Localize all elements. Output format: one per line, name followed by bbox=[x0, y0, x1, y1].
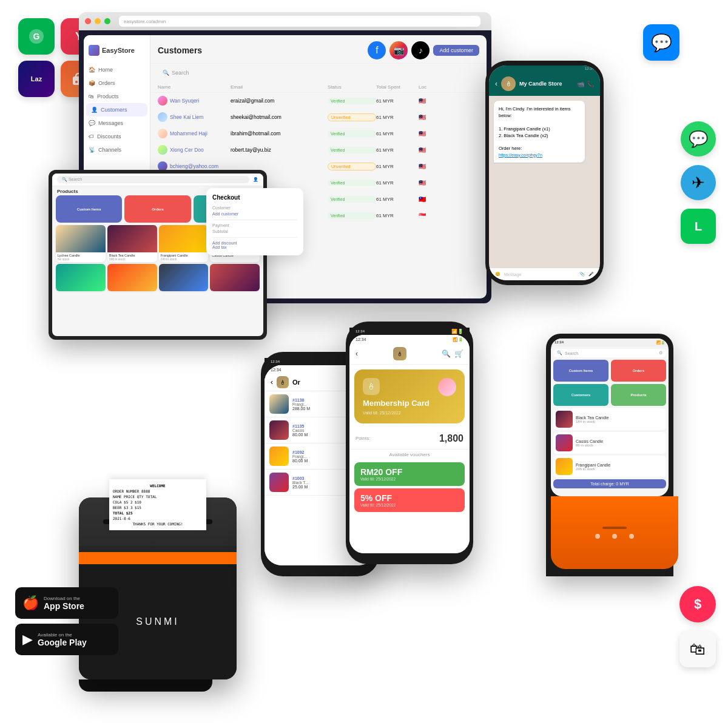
cashier-app-icon[interactable]: $ bbox=[679, 586, 716, 622]
printer-base bbox=[79, 679, 212, 692]
signal-icons: 📶🔋 bbox=[451, 329, 463, 334]
sidebar-item-products[interactable]: 🛍 Products bbox=[84, 90, 150, 103]
order-product-image bbox=[269, 420, 289, 440]
messenger-icon[interactable]: 💬 bbox=[643, 24, 679, 61]
handheld-cat-orders[interactable]: Orders bbox=[611, 360, 666, 382]
membership-status-bar: 12:34 📶🔋 bbox=[349, 335, 470, 343]
order-link[interactable]: https://easy.co/rphgy7n bbox=[499, 152, 580, 158]
sidebar-item-customers[interactable]: 👤 Customers bbox=[86, 103, 147, 116]
grabpay-icon[interactable]: G bbox=[18, 18, 55, 55]
handheld-cat-customers[interactable]: Customers bbox=[553, 384, 608, 406]
appstore-button[interactable]: 🍎 Download on the App Store bbox=[15, 587, 118, 619]
product-image bbox=[159, 264, 209, 291]
telegram-social-icon[interactable]: ✈ bbox=[681, 165, 716, 200]
facebook-icon[interactable]: f bbox=[368, 41, 386, 59]
social-icons-right: 💬 ✈ L bbox=[681, 121, 716, 244]
voucher-5percent[interactable]: 5% OFF Valid till: 25/12/2022 bbox=[354, 488, 465, 512]
customer-search[interactable]: 🔍 Search bbox=[158, 67, 479, 78]
pos-product-item[interactable] bbox=[210, 264, 260, 291]
handheld-product-row[interactable]: Frangipani Candle 246 in stock bbox=[553, 456, 666, 477]
add-tax-btn[interactable]: Add tax bbox=[212, 245, 297, 249]
add-customer-button[interactable]: Add customer bbox=[433, 45, 479, 56]
table-row[interactable]: Mohammed Haji ibrahim@hotmail.com Verifi… bbox=[150, 126, 487, 142]
order-product-image bbox=[269, 394, 289, 414]
sidebar-item-orders[interactable]: 📦 Orders bbox=[84, 76, 150, 90]
wa-header: ‹ 🕯 My Candle Store 📹 📞 bbox=[489, 72, 600, 96]
pos-product-item[interactable]: Lychee Candle No stock bbox=[56, 225, 106, 262]
googleplay-button[interactable]: ▶ Available on the Google Play bbox=[15, 624, 118, 655]
nav-dot-back[interactable] bbox=[595, 534, 600, 539]
pos-product-item[interactable] bbox=[107, 264, 157, 291]
user-icon: 👤 bbox=[253, 177, 258, 182]
line-social-icon[interactable]: L bbox=[681, 209, 716, 244]
printer-brand-text: SUNMI bbox=[136, 616, 180, 627]
header-action-icons: 🔍 🛒 bbox=[442, 349, 463, 358]
pos-product-item[interactable]: Frangipani Candle 240 in stock bbox=[159, 225, 209, 262]
add-customer-checkout-btn[interactable]: Add customer bbox=[212, 212, 297, 216]
avatar bbox=[158, 145, 167, 155]
whatsapp-social-icon[interactable]: 💬 bbox=[681, 121, 716, 157]
handheld-screen: 12:34 📶🔋 🔍 Search ⚙ Custom Items Orders bbox=[551, 339, 669, 496]
checkout-payment-section: Payment Subtotal bbox=[212, 223, 297, 234]
checkout-panel: Checkout Customer Add customer Payment S… bbox=[206, 188, 303, 255]
customers-header: Customers f 📷 ♪ Add customer bbox=[150, 35, 487, 64]
table-row[interactable]: Shee Kai Liem sheekai@hotmail.com Unveri… bbox=[150, 109, 487, 126]
sidebar-item-home[interactable]: 🏠 Home bbox=[84, 63, 150, 76]
handheld-cat-products[interactable]: Products bbox=[611, 384, 666, 406]
handheld-frame: 12:34 📶🔋 🔍 Search ⚙ Custom Items Orders bbox=[546, 334, 673, 576]
pos-cat-custom[interactable]: Custom Items bbox=[56, 195, 122, 223]
pos-product-item[interactable] bbox=[159, 264, 209, 291]
status-badge: Verified bbox=[328, 212, 376, 219]
back-button[interactable]: ‹ bbox=[356, 349, 358, 358]
handheld-product-row[interactable]: Cassis Candle 99 in stock bbox=[553, 432, 666, 454]
pos-search-input[interactable]: 🔍 Search bbox=[57, 176, 249, 183]
phone-membership: 12:34 📶🔋 12:34 📶🔋 ‹ 🕯 🔍 🛒 bbox=[346, 322, 473, 564]
dollar-icon: $ bbox=[694, 596, 701, 612]
pos-product-item[interactable] bbox=[56, 264, 106, 291]
handheld-search[interactable]: 🔍 Search ⚙ bbox=[553, 349, 666, 357]
tiktok-header-icon[interactable]: ♪ bbox=[411, 41, 430, 59]
order-info: #1003 Black T... 25.00 M bbox=[292, 476, 354, 489]
handheld-cat-custom[interactable]: Custom Items bbox=[553, 360, 608, 382]
voucher-rm20[interactable]: RM20 OFF Valid till: 25/12/2022 bbox=[354, 462, 465, 486]
nav-dot-home[interactable] bbox=[612, 534, 617, 539]
avatar bbox=[158, 129, 167, 138]
handheld-grip bbox=[602, 527, 627, 529]
table-row[interactable]: Xiong Cer Doo robert.tay@yu.biz Verified… bbox=[150, 142, 487, 158]
back-arrow[interactable]: ‹ bbox=[271, 378, 273, 386]
whatsapp-phone: 12:34 ‹ 🕯 My Candle Store 📹 📞 Hi, I'm Ci… bbox=[485, 61, 607, 291]
table-header: Name Email Status Total Spent Loc bbox=[150, 82, 487, 93]
back-icon[interactable]: ‹ bbox=[495, 79, 497, 88]
add-discount-btn[interactable]: Add discount bbox=[212, 241, 297, 245]
lazada-icon[interactable]: Laz bbox=[18, 61, 55, 97]
handheld-charge-display[interactable]: Total charge: 0 MYR bbox=[553, 479, 666, 488]
wa-message-bubble: Hi, I'm Cindy. I'm interested in items b… bbox=[494, 101, 585, 163]
membership-card-title: Membership Card bbox=[363, 399, 456, 408]
product-details: Frangipani Candle 246 in stock bbox=[576, 463, 610, 471]
sidebar-item-discounts[interactable]: 🏷 Discounts bbox=[84, 130, 150, 143]
pos-products-grid-2 bbox=[52, 264, 263, 291]
video-icon[interactable]: 📹 bbox=[577, 81, 584, 87]
sidebar-item-messages[interactable]: 💬 Messages bbox=[84, 116, 150, 130]
instagram-icon[interactable]: 📷 bbox=[389, 41, 408, 59]
search-icon[interactable]: 🔍 bbox=[442, 349, 451, 358]
handheld-bottom bbox=[551, 496, 678, 569]
order-info: #1092 Frangi... 80.00 M bbox=[292, 450, 354, 463]
bottom-right-icons: $ 🛍 bbox=[679, 586, 716, 667]
vouchers-title: Available vouchers bbox=[349, 450, 470, 460]
product-thumbnail bbox=[556, 458, 573, 475]
nav-dot-recent[interactable] bbox=[629, 534, 634, 539]
phone-icon[interactable]: 📞 bbox=[587, 81, 594, 87]
product-image bbox=[107, 225, 157, 252]
sidebar-item-channels[interactable]: 📡 Channels bbox=[84, 143, 150, 157]
cart-icon[interactable]: 🛒 bbox=[454, 349, 463, 358]
handheld-category-grid: Custom Items Orders Customers Products bbox=[551, 360, 669, 406]
search-icon: 🔍 bbox=[557, 351, 562, 356]
pos-product-item[interactable]: Black Tea Candle 196 in stock bbox=[107, 225, 157, 262]
pos-cat-orders[interactable]: Orders bbox=[124, 195, 190, 223]
handheld-product-row[interactable]: Black Tea Candle 184 in stock bbox=[553, 408, 666, 430]
wa-input[interactable]: 😊 Message 📎 🎤 bbox=[489, 268, 600, 280]
shopping-bag-icon[interactable]: 🛍 bbox=[679, 631, 716, 667]
discounts-icon: 🏷 bbox=[89, 133, 94, 140]
table-row[interactable]: Wan Syuqeri eraizal@gmail.com Verified 6… bbox=[150, 93, 487, 109]
